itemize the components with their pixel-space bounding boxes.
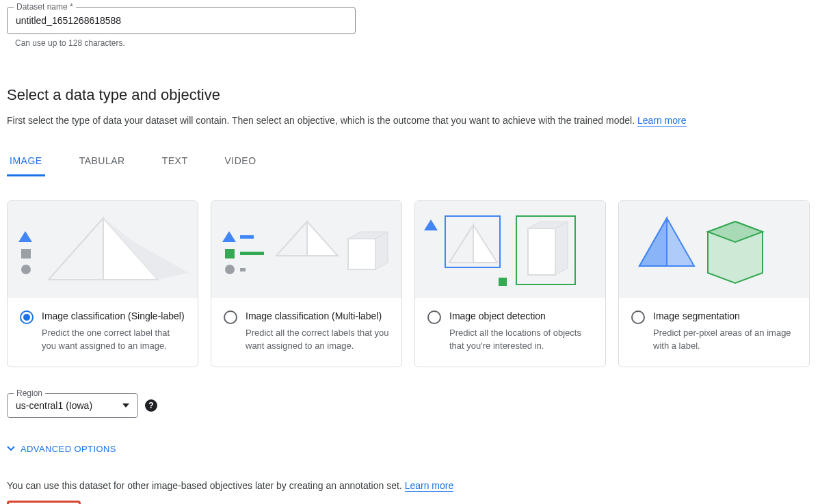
svg-marker-10 xyxy=(375,232,388,269)
help-icon[interactable]: ? xyxy=(145,399,157,412)
card-multi-label[interactable]: Image classification (Multi-label) Predi… xyxy=(211,200,402,367)
svg-marker-8 xyxy=(348,239,375,269)
region-label: Region xyxy=(14,388,45,398)
card-title: Image object detection xyxy=(449,310,593,321)
card-desc: Predict all the correct labels that you … xyxy=(246,327,389,353)
radio-segmentation[interactable] xyxy=(631,310,645,324)
footer-learn-more-link[interactable]: Learn more xyxy=(405,480,454,492)
card-multi-label-illustration xyxy=(211,201,401,298)
dropdown-icon xyxy=(122,403,129,408)
region-field: Region us-central1 (Iowa) xyxy=(7,393,138,418)
learn-more-link[interactable]: Learn more xyxy=(637,115,687,127)
card-desc: Predict all the locations of objects tha… xyxy=(449,327,593,353)
section-desc: First select the type of data your datas… xyxy=(7,114,813,128)
card-segmentation[interactable]: Image segmentation Predict per-pixel are… xyxy=(618,200,810,367)
svg-marker-21 xyxy=(528,228,555,275)
section-desc-text: First select the type of data your datas… xyxy=(7,115,637,126)
card-title: Image segmentation xyxy=(653,310,797,321)
svg-rect-16 xyxy=(240,268,246,271)
footer-desc: You can use this dataset for other image… xyxy=(7,480,405,491)
tab-tabular[interactable]: TABULAR xyxy=(77,147,128,176)
svg-marker-18 xyxy=(449,225,473,263)
data-type-tabs: IMAGE TABULAR TEXT VIDEO xyxy=(7,147,813,177)
svg-point-5 xyxy=(21,265,31,274)
radio-multi-label[interactable] xyxy=(224,310,237,324)
dataset-name-label: Dataset name * xyxy=(14,2,76,12)
svg-marker-1 xyxy=(49,218,103,280)
action-buttons: CREATE CANCEL xyxy=(7,501,813,504)
create-button-highlight: CREATE xyxy=(7,501,81,504)
dataset-name-field: Dataset name * xyxy=(7,7,356,34)
card-title: Image classification (Single-label) xyxy=(42,310,185,321)
tab-text[interactable]: TEXT xyxy=(159,147,191,176)
region-value: us-central1 (Iowa) xyxy=(16,400,92,411)
svg-marker-7 xyxy=(276,222,307,256)
card-desc: Predict per-pixel areas of an image with… xyxy=(653,327,797,353)
svg-marker-30 xyxy=(122,403,129,408)
svg-rect-13 xyxy=(225,249,235,258)
chevron-down-icon xyxy=(7,446,15,451)
tab-video[interactable]: VIDEO xyxy=(222,147,259,176)
card-single-label-illustration xyxy=(8,201,198,298)
advanced-options-toggle[interactable]: ADVANCED OPTIONS xyxy=(7,444,813,454)
advanced-options-label: ADVANCED OPTIONS xyxy=(21,444,116,454)
section-title: Select a data type and objective xyxy=(7,86,813,104)
card-desc: Predict the one correct label that you w… xyxy=(42,327,185,353)
card-single-label[interactable]: Image classification (Single-label) Pred… xyxy=(7,200,198,367)
dataset-name-helper: Can use up to 128 characters. xyxy=(15,38,813,48)
svg-point-15 xyxy=(225,265,235,274)
tab-image[interactable]: IMAGE xyxy=(7,147,45,176)
svg-marker-11 xyxy=(222,231,236,242)
objective-cards: Image classification (Single-label) Pred… xyxy=(7,200,813,367)
svg-marker-3 xyxy=(18,231,32,242)
card-object-detection[interactable]: Image object detection Predict all the l… xyxy=(414,200,606,367)
svg-rect-4 xyxy=(21,249,31,258)
radio-single-label[interactable] xyxy=(20,310,34,324)
card-title: Image classification (Multi-label) xyxy=(246,310,389,321)
svg-rect-12 xyxy=(240,235,254,239)
svg-marker-23 xyxy=(555,222,568,275)
svg-marker-27 xyxy=(639,218,667,266)
radio-object-detection[interactable] xyxy=(427,310,441,324)
svg-rect-25 xyxy=(499,278,507,286)
card-object-detection-illustration xyxy=(415,201,605,298)
card-segmentation-illustration xyxy=(619,201,809,298)
footer-text: You can use this dataset for other image… xyxy=(7,480,813,491)
svg-marker-20 xyxy=(424,220,438,230)
svg-rect-14 xyxy=(240,252,264,255)
